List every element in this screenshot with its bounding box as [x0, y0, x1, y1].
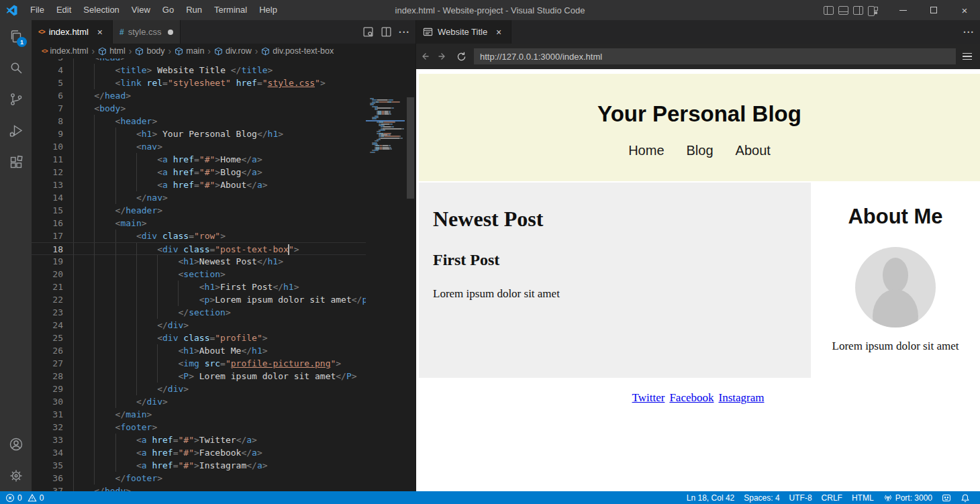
source-control-icon[interactable]: [0, 83, 32, 115]
toggle-panel-icon[interactable]: [838, 6, 848, 15]
code-line[interactable]: 34<a href="#">Facebook</a>: [32, 446, 415, 459]
code-token: >: [215, 154, 220, 164]
status-item-utf-8[interactable]: UTF-8: [785, 493, 817, 503]
code-line[interactable]: 30</div>: [32, 395, 415, 408]
more-actions-icon[interactable]: [399, 27, 410, 38]
breadcrumb-item-div-post-text-box[interactable]: div.post-text-box: [261, 46, 334, 56]
tab-style-css[interactable]: style.css: [113, 20, 181, 44]
code-line[interactable]: 15</header>: [32, 204, 415, 217]
back-icon[interactable]: [416, 51, 434, 62]
code-line[interactable]: 14</nav>: [32, 191, 415, 204]
minimap[interactable]: [368, 98, 404, 153]
modified-dot-icon[interactable]: [168, 30, 173, 35]
breadcrumb-item-body[interactable]: body: [135, 46, 164, 56]
run-debug-icon[interactable]: [0, 115, 32, 146]
editor-scrollbar[interactable]: [406, 97, 415, 491]
code-line[interactable]: 9<h1> Your Personal Blog</h1>: [32, 128, 415, 140]
code-line[interactable]: 3<head>: [32, 58, 415, 64]
broadcast-tower-icon: [883, 493, 893, 503]
code-line[interactable]: 21<h1>First Post</h1>: [32, 281, 415, 293]
code-line[interactable]: 26<h1>About Me</h1>: [32, 344, 415, 357]
menu-file[interactable]: File: [24, 0, 50, 20]
code-line[interactable]: 4<title> Website Title </title>: [32, 64, 415, 77]
close-tab-icon[interactable]: [95, 27, 105, 38]
feedback-icon[interactable]: [937, 493, 956, 503]
explorer-icon[interactable]: 1: [0, 20, 32, 52]
problems-status[interactable]: 0 0: [0, 493, 46, 503]
indent-guide: [73, 191, 94, 204]
code-line[interactable]: 11<a href="#">Home</a>: [32, 153, 415, 166]
code-line[interactable]: 25<div class="profile">: [32, 332, 415, 344]
menu-run[interactable]: Run: [180, 0, 208, 20]
status-item-spaces-4[interactable]: Spaces: 4: [739, 493, 784, 503]
code-line[interactable]: 20<section>: [32, 268, 415, 281]
code-line[interactable]: 7<body>: [32, 102, 415, 115]
split-editor-icon[interactable]: [381, 26, 392, 38]
nav-link-home[interactable]: Home: [628, 143, 664, 158]
breadcrumb-item-html[interactable]: html: [98, 46, 126, 56]
open-preview-icon[interactable]: [362, 26, 374, 38]
search-icon[interactable]: [0, 52, 32, 83]
accounts-icon[interactable]: [0, 428, 32, 460]
code-line[interactable]: 17<div class="row">: [32, 230, 415, 242]
extensions-icon[interactable]: [0, 146, 32, 178]
menu-view[interactable]: View: [126, 0, 156, 20]
url-input[interactable]: [474, 48, 956, 64]
menu-help[interactable]: Help: [253, 0, 283, 20]
nav-link-blog[interactable]: Blog: [687, 143, 714, 158]
breadcrumb-item-div-row[interactable]: div.row: [214, 46, 252, 56]
code-line[interactable]: 35<a href="#">Instagram</a>: [32, 459, 415, 472]
code-line[interactable]: 12<a href="#">Blog</a>: [32, 166, 415, 179]
nav-link-about[interactable]: About: [736, 143, 771, 158]
toggle-sidebar-icon[interactable]: [824, 6, 834, 15]
close-window-button[interactable]: ×: [949, 0, 980, 20]
code-line[interactable]: 10<nav>: [32, 140, 415, 153]
footer-link-twitter[interactable]: Twitter: [632, 391, 665, 404]
code-line[interactable]: 19<h1>Newest Post</h1>: [32, 255, 415, 268]
code-line[interactable]: 33<a href="#">Twitter</a>: [32, 434, 415, 446]
footer-link-instagram[interactable]: Instagram: [718, 391, 764, 404]
code-line[interactable]: 37</body>: [32, 485, 415, 491]
menu-selection[interactable]: Selection: [77, 0, 125, 20]
code-line[interactable]: 8<header>: [32, 115, 415, 128]
status-item-port-3000[interactable]: Port: 3000: [879, 493, 937, 503]
tab-index-html[interactable]: index.html: [32, 20, 113, 44]
status-item-ln-18-col-42[interactable]: Ln 18, Col 42: [682, 493, 739, 503]
code-line[interactable]: 18<div class="post-text-box">: [32, 242, 415, 255]
maximize-button[interactable]: [918, 0, 949, 20]
status-item-html[interactable]: HTML: [847, 493, 879, 503]
code-line[interactable]: 6</head>: [32, 89, 415, 102]
breadcrumb-item-index-html[interactable]: index.html: [42, 46, 89, 56]
browser-menu-icon[interactable]: [956, 53, 979, 60]
code-line[interactable]: 36</footer>: [32, 472, 415, 485]
toggle-secondary-sidebar-icon[interactable]: [853, 6, 863, 15]
code-line[interactable]: 13<a href="#">About</a>: [32, 179, 415, 191]
code-line[interactable]: 32<footer>: [32, 421, 415, 434]
minimize-button[interactable]: [887, 0, 918, 20]
code-line[interactable]: 28<P> Lorem ipsum dolor sit amet</P>: [32, 370, 415, 383]
close-tab-icon[interactable]: [493, 27, 504, 38]
breadcrumb-item-main[interactable]: main: [175, 46, 204, 56]
code-line[interactable]: 29</div>: [32, 383, 415, 395]
more-actions-icon[interactable]: [963, 27, 975, 38]
code-line[interactable]: 5<link rel="stylesheet" href="style.css"…: [32, 77, 415, 89]
menu-go[interactable]: Go: [156, 0, 180, 20]
code-line[interactable]: 27<img src="profile-picture.png">: [32, 357, 415, 370]
reload-icon[interactable]: [451, 52, 471, 62]
forward-icon[interactable]: [434, 51, 451, 62]
code-line[interactable]: 22<p>Lorem ipsum dolor sit amet</p>: [32, 293, 415, 306]
footer-link-facebook[interactable]: Facebook: [669, 391, 714, 404]
customize-layout-icon[interactable]: [868, 6, 878, 15]
notifications-bell-icon[interactable]: [956, 493, 975, 503]
menu-edit[interactable]: Edit: [50, 0, 77, 20]
code-line[interactable]: 16<main>: [32, 217, 415, 230]
settings-gear-icon[interactable]: [0, 460, 32, 491]
code-line[interactable]: 23</section>: [32, 306, 415, 319]
status-item-crlf[interactable]: CRLF: [817, 493, 847, 503]
code-editor[interactable]: 3<head>4<title> Website Title </title>5<…: [32, 58, 415, 491]
code-line[interactable]: 31</main>: [32, 408, 415, 421]
tab-website-title[interactable]: Website Title: [416, 20, 511, 44]
code-line[interactable]: 24</div>: [32, 319, 415, 332]
menu-terminal[interactable]: Terminal: [208, 0, 253, 20]
scrollbar-thumb[interactable]: [407, 97, 414, 199]
